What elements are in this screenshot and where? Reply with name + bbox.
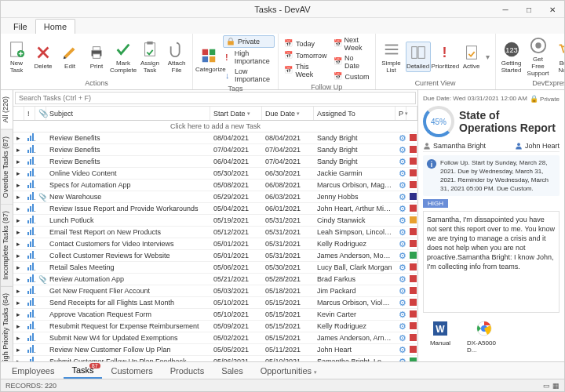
nodate-button[interactable]: 📅No Date	[331, 53, 372, 71]
menu-file[interactable]: File	[5, 20, 35, 34]
expand-icon[interactable]: ▸	[13, 334, 24, 342]
expand-icon[interactable]: ▸	[13, 216, 24, 224]
getting-started-button[interactable]: 123Getting Started	[499, 39, 524, 75]
expand-icon[interactable]: ▸	[13, 346, 24, 354]
table-row[interactable]: ▸Submit Customer Follow Up Plan Feedback…	[13, 356, 417, 361]
tab-employees[interactable]: Employees	[4, 364, 62, 378]
mark-complete-button[interactable]: Mark Complete	[111, 39, 136, 75]
expand-icon[interactable]: ▸	[13, 263, 24, 271]
gear-cell[interactable]: ⚙	[396, 145, 406, 155]
expand-icon[interactable]: ▸	[13, 275, 24, 283]
vtab-1[interactable]: Overdue Tasks (87)	[1, 130, 13, 205]
table-row[interactable]: ▸📎New Warehouse05/29/202106/03/2021Jenny…	[13, 191, 417, 203]
print-button[interactable]: Print	[84, 42, 109, 71]
table-row[interactable]: ▸Specs for Automation App05/08/202106/08…	[13, 180, 417, 191]
private-toggle[interactable]: Private	[223, 35, 275, 48]
add-task-row[interactable]: Click here to add a new Task	[13, 121, 417, 132]
table-row[interactable]: ▸Contact Customers for Video Interviews0…	[13, 238, 417, 250]
col-duedate[interactable]: Due Date ▾	[262, 107, 314, 120]
simple-list-button[interactable]: Simple List	[379, 39, 404, 75]
gear-cell[interactable]: ⚙	[396, 333, 406, 343]
gear-cell[interactable]: ⚙	[396, 274, 406, 285]
expand-icon[interactable]: ▸	[13, 158, 24, 165]
gear-cell[interactable]: ⚙	[396, 321, 406, 332]
expand-icon[interactable]: ▸	[13, 134, 24, 142]
close-button[interactable]: ✕	[541, 1, 564, 18]
table-row[interactable]: ▸Review New Customer Follow Up Plan05/05…	[13, 344, 417, 356]
col-assigned[interactable]: Assigned To	[314, 107, 396, 120]
tab-opportunities[interactable]: Opportunities ▾	[253, 364, 326, 378]
expand-icon[interactable]: ▸	[13, 252, 24, 260]
tomorrow-button[interactable]: 📅Tomorrow	[282, 50, 330, 61]
gear-cell[interactable]: ⚙	[396, 192, 406, 202]
gear-cell[interactable]: ⚙	[396, 298, 406, 308]
expand-icon[interactable]: ▸	[13, 146, 24, 154]
table-row[interactable]: ▸📎Review Automation App05/21/202105/28/2…	[13, 274, 417, 285]
gear-cell[interactable]: ⚙	[396, 216, 406, 226]
table-row[interactable]: ▸Review Benefits08/04/202108/04/2021Sand…	[13, 132, 417, 144]
view-dropdown[interactable]: ▾	[486, 53, 492, 61]
expand-icon[interactable]: ▸	[13, 228, 24, 236]
expand-icon[interactable]: ▸	[13, 287, 24, 295]
expand-icon[interactable]: ▸	[13, 181, 24, 189]
categorize-button[interactable]: Categorize	[196, 45, 221, 74]
col-subject[interactable]: Subject	[46, 107, 210, 120]
gear-cell[interactable]: ⚙	[396, 227, 406, 238]
gear-cell[interactable]: ⚙	[396, 133, 406, 143]
edit-button[interactable]: Edit	[57, 42, 82, 71]
col-attach[interactable]: 📎	[35, 107, 46, 120]
table-row[interactable]: ▸Get New Frequent Flier Account05/03/202…	[13, 285, 417, 297]
table-row[interactable]: ▸Email Test Report on New Products05/12/…	[13, 227, 417, 238]
maximize-button[interactable]: □	[517, 1, 541, 18]
new-task-button[interactable]: New Task	[4, 39, 29, 75]
delete-button[interactable]: Delete	[31, 42, 56, 71]
table-row[interactable]: ▸Send Receipts for all Flights Last Mont…	[13, 297, 417, 309]
assign-task-button[interactable]: Assign Task	[137, 39, 162, 75]
grid-rows[interactable]: ▸Review Benefits08/04/202108/04/2021Sand…	[13, 132, 417, 361]
vtab-2[interactable]: Incomplete Tasks (87)	[1, 205, 13, 287]
attach-file-button[interactable]: Attach File	[164, 39, 189, 75]
tab-sales[interactable]: Sales	[213, 364, 251, 378]
active-button[interactable]: Active	[459, 42, 484, 71]
table-row[interactable]: ▸Approve Vacation Request Form05/10/2021…	[13, 309, 417, 321]
detail-body[interactable]: Samantha, I'm dissapointed you have not …	[423, 211, 560, 313]
expand-icon[interactable]: ▸	[13, 193, 24, 201]
expand-icon[interactable]: ▸	[13, 240, 24, 248]
gear-cell[interactable]: ⚙	[396, 239, 406, 249]
col-startdate[interactable]: Start Date ▾	[210, 107, 262, 120]
table-row[interactable]: ▸Online Video Content05/30/202106/30/202…	[13, 168, 417, 180]
high-importance-button[interactable]: !High Importance	[223, 49, 275, 66]
col-p[interactable]: P▾	[396, 107, 406, 120]
low-importance-button[interactable]: ↓Low Importance	[223, 67, 275, 84]
gear-cell[interactable]: ⚙	[396, 286, 406, 296]
table-row[interactable]: ▸Review Benefits06/04/202107/04/2021Sand…	[13, 156, 417, 168]
gear-cell[interactable]: ⚙	[396, 310, 406, 320]
vtab-3[interactable]: High Priority Tasks (64)	[1, 287, 13, 361]
attachment-word[interactable]: WManual	[423, 319, 457, 354]
buy-now-button[interactable]: Buy Now	[552, 39, 565, 75]
gear-cell[interactable]: ⚙	[396, 345, 406, 355]
table-row[interactable]: ▸Review Benefits07/04/202107/04/2021Sand…	[13, 144, 417, 156]
gear-cell[interactable]: ⚙	[396, 204, 406, 214]
table-row[interactable]: ▸Collect Customer Reviews for Website05/…	[13, 250, 417, 262]
col-flag[interactable]: !	[24, 107, 35, 120]
get-support-button[interactable]: Get Free Support	[526, 35, 551, 78]
table-row[interactable]: ▸Resubmit Request for Expense Reimbursem…	[13, 321, 417, 332]
tab-products[interactable]: Products	[162, 364, 212, 378]
table-row[interactable]: ▸Lunch Potluck05/19/202105/31/2021Cindy …	[13, 215, 417, 227]
col-expand[interactable]	[13, 107, 24, 120]
nextweek-button[interactable]: 📅Next Week	[331, 35, 372, 53]
gear-cell[interactable]: ⚙	[396, 263, 406, 273]
gear-cell[interactable]: ⚙	[396, 169, 406, 179]
table-row[interactable]: ▸Submit New W4 for Updated Exemptions05/…	[13, 332, 417, 344]
today-button[interactable]: 📅Today	[282, 38, 330, 49]
table-row[interactable]: ▸Review Issue Report and Provide Workaro…	[13, 203, 417, 215]
menu-home[interactable]: Home	[35, 19, 75, 34]
attachment-chrome[interactable]: DX-A5000 D...	[467, 319, 501, 354]
custom-button[interactable]: 📅Custom	[331, 71, 372, 82]
tab-tasks[interactable]: Tasks87	[64, 363, 101, 379]
prioritized-button[interactable]: !Prioritized	[432, 42, 457, 71]
tab-customers[interactable]: Customers	[104, 364, 161, 378]
gear-cell[interactable]: ⚙	[396, 157, 406, 167]
search-input[interactable]	[15, 92, 416, 104]
